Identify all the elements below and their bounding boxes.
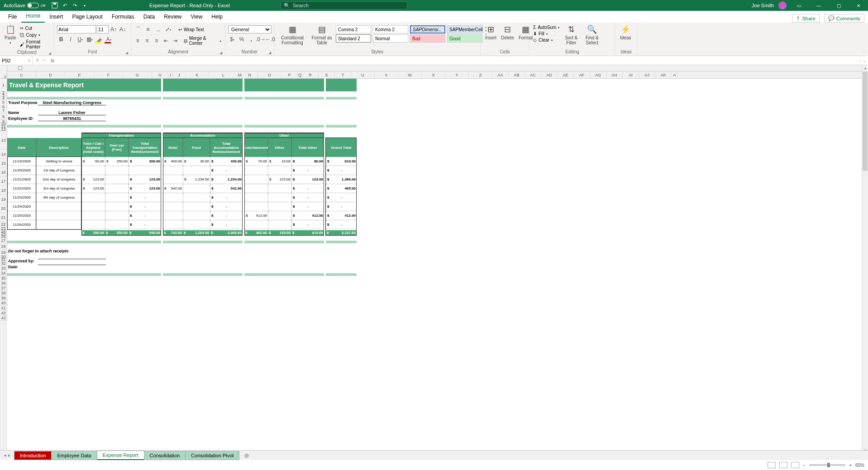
style-comma2[interactable]: Comma 2 [336,25,371,33]
style-normal[interactable]: Normal [373,34,408,43]
close-button[interactable]: ✕ [851,0,866,11]
autosum-button[interactable]: ΣAutoSum▾ [532,24,560,30]
decrease-font-icon[interactable]: A↓ [119,25,127,33]
format-as-table-button[interactable]: ▤Format as Table [309,24,335,46]
user-name[interactable]: Joe Smith [752,3,774,8]
comments-button[interactable]: 💬Comments [824,14,864,23]
save-icon[interactable] [52,2,58,9]
conditional-icon: ▦ [289,24,296,34]
align-bottom-icon[interactable]: ⎵ [154,25,162,33]
insert-cells-button[interactable]: ⊞Insert [483,24,498,41]
wrap-icon: ↩ [178,27,182,32]
share-button[interactable]: ⇪Share [792,14,819,23]
tab-home[interactable]: Home [21,11,45,23]
format-painter-button[interactable]: 🖌Format Painter [19,39,51,50]
style-good[interactable]: Good [447,34,482,43]
style-standard2[interactable]: Standard 2 [336,34,371,43]
formula-input[interactable] [57,56,860,65]
maximize-button[interactable]: ▢ [831,0,846,11]
dialog-launcher-icon[interactable]: ◢ [219,51,222,55]
find-icon: 🔍 [587,24,597,34]
autosave-toggle[interactable]: AutoSave Off [4,3,45,8]
fill-color-button[interactable]: ◢▾ [95,35,103,43]
style-sapdimension[interactable]: SAPDimensi... [410,25,445,33]
conditional-formatting-button[interactable]: ▦Conditional Formatting [277,24,308,46]
expand-formula-bar-icon[interactable]: ⌄ [860,58,868,63]
search-box[interactable]: 🔍 Search [281,1,407,9]
svg-rect-1 [53,3,56,5]
bold-button[interactable]: B [57,35,65,43]
clear-button[interactable]: ◇Clear▾ [532,37,560,43]
autosave-state: Off [41,4,46,8]
style-komma2[interactable]: Komma 2 [373,25,408,33]
format-icon: ▦ [522,24,529,34]
indent-increase-icon[interactable]: ⇥ [172,37,179,45]
tab-insert[interactable]: Insert [45,12,67,23]
tab-page-layout[interactable]: Page Layout [67,12,107,23]
align-right-icon[interactable]: ≡ [153,37,160,45]
increase-font-icon[interactable]: A↑ [110,25,118,33]
tab-formulas[interactable]: Formulas [107,12,139,23]
fx-icon[interactable]: fx [49,58,57,63]
ribbon: 📋Paste▾ ✂Cut ⿻Copy▾ 🖌Format Painter Clip… [0,23,868,56]
number-format-combo[interactable]: General [228,25,272,33]
increase-decimal-icon[interactable]: .0→ [257,35,265,43]
font-color-button[interactable]: A▾ [105,35,113,43]
decrease-decimal-icon[interactable]: ←.0 [266,35,274,43]
minimize-button[interactable]: — [811,0,826,11]
ideas-button[interactable]: ⚡Ideas [618,24,633,41]
menu-bar: File Home Insert Page Layout Formulas Da… [0,11,868,23]
editing-group-label: Editing [565,49,579,54]
cut-button[interactable]: ✂Cut [19,25,51,31]
style-sapmember[interactable]: SAPMemberCell [447,25,482,33]
find-select-button[interactable]: 🔍Find & Select [582,24,602,46]
cells-group-label: Cells [500,49,510,54]
dialog-launcher-icon[interactable]: ◢ [48,51,51,55]
search-placeholder: Search [293,3,309,8]
comma-button[interactable]: , [247,35,255,43]
align-middle-icon[interactable]: ≡ [144,25,152,33]
dialog-launcher-icon[interactable]: ◢ [268,51,271,55]
copy-icon: ⿻ [20,33,24,38]
delete-cells-button[interactable]: ⊟Delete [499,24,516,41]
font-name-combo[interactable] [57,25,96,33]
cancel-formula-icon[interactable]: ✕ [35,57,39,63]
indent-decrease-icon[interactable]: ⇤ [162,37,170,45]
tab-data[interactable]: Data [139,12,159,23]
tab-view[interactable]: View [186,12,207,23]
delete-icon: ⊟ [504,24,511,34]
sort-filter-button[interactable]: ⇅Sort & Filter [561,24,581,46]
ideas-group-label: Ideas [620,49,631,54]
wrap-text-button[interactable]: ↩Wrap Text [177,27,205,33]
tab-help[interactable]: Help [207,12,227,23]
font-size-combo[interactable] [97,25,109,33]
align-center-icon[interactable]: ≡ [143,37,151,45]
tab-file[interactable]: File [4,12,21,23]
collapse-ribbon-icon[interactable]: ︿ [862,48,866,55]
qat-customize-icon[interactable]: ▾ [81,2,88,9]
document-title: Expense Report - Read-Only - Excel [149,3,230,8]
redo-icon[interactable]: ↷ [72,2,78,9]
number-group-label: Number [242,49,258,54]
orientation-icon[interactable]: ⤢▾ [164,25,172,33]
name-box[interactable]: P92▾ [0,56,33,65]
tab-review[interactable]: Review [159,12,186,23]
underline-button[interactable]: U▾ [76,35,84,43]
align-left-icon[interactable]: ≡ [134,37,142,45]
style-bad[interactable]: Bad [410,34,445,43]
dialog-launcher-icon[interactable]: ◢ [125,51,128,55]
user-avatar[interactable] [778,1,787,9]
accounting-format-button[interactable]: $▾ [228,35,236,43]
percent-button[interactable]: % [238,35,246,43]
enter-formula-icon[interactable]: ✓ [42,57,46,63]
italic-button[interactable]: I [67,35,75,43]
fill-button[interactable]: ⬇Fill▾ [532,31,560,37]
fill-icon: ⬇ [533,31,537,36]
ribbon-display-icon[interactable]: ▭ [791,0,806,11]
align-top-icon[interactable]: ⎴ [134,25,142,33]
paste-button[interactable]: 📋Paste▾ [3,24,18,46]
border-button[interactable]: ▦▾ [86,35,94,43]
undo-icon[interactable]: ↶ [62,2,68,9]
merge-center-button[interactable]: ⊟Merge & Center▾ [183,35,222,46]
copy-button[interactable]: ⿻Copy▾ [19,32,51,38]
